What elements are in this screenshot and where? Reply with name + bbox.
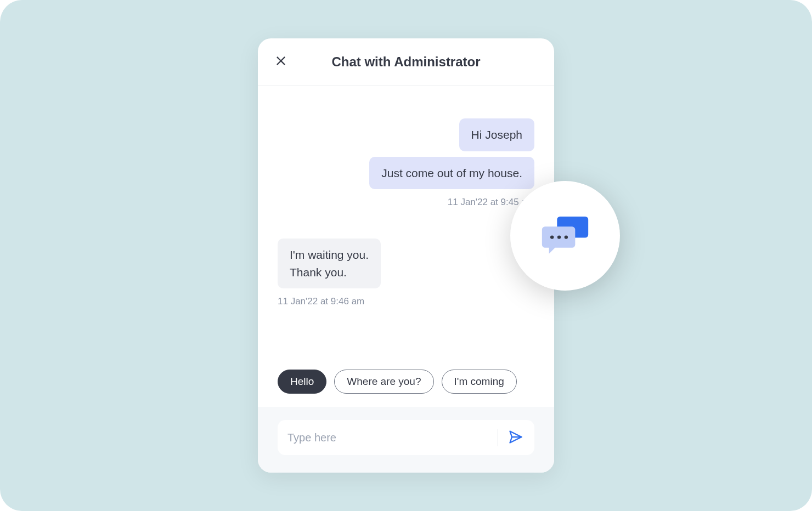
chat-title: Chat with Administrator <box>258 54 554 70</box>
close-button[interactable] <box>269 50 293 74</box>
quick-reply-chip[interactable]: Where are you? <box>334 370 433 394</box>
sent-message: Just come out of my house. <box>369 157 534 190</box>
input-wrapper <box>278 420 534 455</box>
quick-replies: Hello Where are you? I'm coming <box>258 370 554 407</box>
input-divider <box>498 429 498 446</box>
quick-reply-chip[interactable]: Hello <box>278 370 326 394</box>
send-button[interactable] <box>507 429 525 446</box>
chat-header: Chat with Administrator <box>258 38 554 86</box>
received-message-group: I'm waiting you. Thank you. 11 Jan'22 at… <box>278 239 534 307</box>
chat-launcher-fab[interactable] <box>510 181 620 291</box>
received-message: I'm waiting you. Thank you. <box>278 239 381 288</box>
input-area <box>258 407 554 473</box>
svg-point-4 <box>557 235 561 239</box>
send-icon <box>508 429 523 446</box>
svg-point-5 <box>565 235 568 239</box>
received-timestamp: 11 Jan'22 at 9:46 am <box>278 296 364 307</box>
close-icon <box>275 55 287 69</box>
quick-reply-chip[interactable]: I'm coming <box>442 370 517 394</box>
chat-window: Chat with Administrator Hi Joseph Just c… <box>258 38 554 473</box>
page-background: Chat with Administrator Hi Joseph Just c… <box>0 0 812 511</box>
chat-bubbles-icon <box>535 205 595 267</box>
message-input[interactable] <box>287 431 489 444</box>
sent-message: Hi Joseph <box>459 118 534 151</box>
chat-body: Hi Joseph Just come out of my house. 11 … <box>258 86 554 370</box>
sent-message-group: Hi Joseph Just come out of my house. 11 … <box>278 118 534 208</box>
svg-point-3 <box>550 235 554 239</box>
